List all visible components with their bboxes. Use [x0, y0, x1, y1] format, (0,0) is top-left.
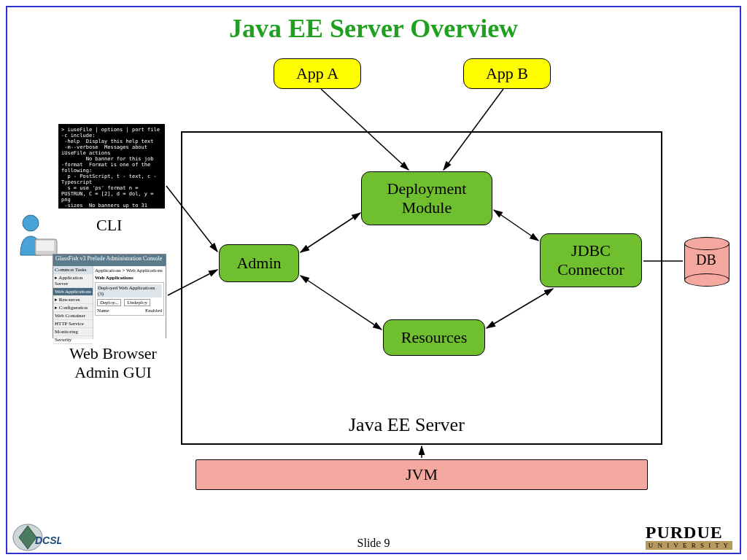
- label-gui: Web Browser Admin GUI: [58, 344, 168, 382]
- label-db: DB: [684, 252, 728, 268]
- svg-text:DCSL: DCSL: [35, 534, 61, 546]
- svg-rect-2: [36, 241, 54, 251]
- server-label: Java EE Server: [349, 414, 465, 436]
- box-jdbc: JDBC Connector: [540, 233, 642, 287]
- box-jvm: JVM: [196, 459, 648, 490]
- logo-purdue-bottom: U N I V E R S I T Y: [646, 541, 732, 550]
- label-cli: CLI: [96, 216, 122, 235]
- footer-slide-number: Slide 9: [0, 537, 747, 550]
- box-resources: Resources: [383, 319, 485, 356]
- user-icon: [15, 211, 58, 265]
- label-jvm: JVM: [406, 465, 438, 484]
- label-admin: Admin: [236, 254, 281, 273]
- svg-point-0: [23, 215, 39, 231]
- logo-purdue-top: PURDUE: [646, 523, 732, 542]
- label-jdbc: JDBC Connector: [557, 241, 624, 279]
- label-app-b: App B: [486, 64, 528, 83]
- label-resources: Resources: [401, 328, 467, 347]
- logo-purdue: PURDUE U N I V E R S I T Y: [646, 523, 732, 550]
- box-app-b: App B: [463, 58, 551, 89]
- gui-screenshot: GlassFish v3 Prelude Administration Cons…: [53, 254, 166, 338]
- cli-screenshot: > iuseFile | options | port file-c inclu…: [58, 124, 165, 209]
- box-admin: Admin: [219, 244, 299, 282]
- box-deployment: Deployment Module: [361, 171, 492, 225]
- label-deployment: Deployment Module: [387, 179, 467, 217]
- box-app-a: App A: [274, 58, 361, 89]
- slide-title: Java EE Server Overview: [0, 13, 747, 44]
- logo-dcsl: DCSL: [10, 522, 61, 553]
- label-app-a: App A: [296, 64, 338, 83]
